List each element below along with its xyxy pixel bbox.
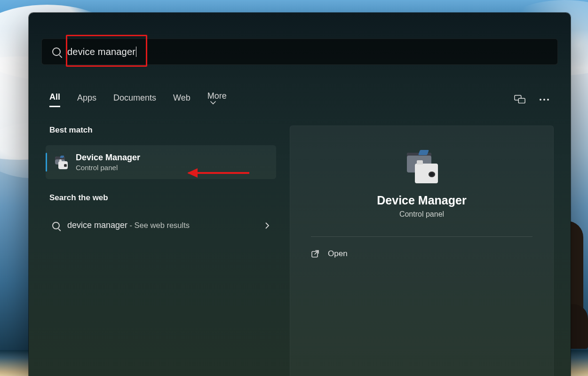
windows-search-popup: device manager All Apps Documents Web Mo… <box>29 13 571 376</box>
preview-title: Device Manager <box>311 194 532 207</box>
device-manager-icon <box>54 155 68 169</box>
preview-subtitle: Control panel <box>311 210 532 219</box>
preview-pane: Device Manager Control panel Open <box>290 125 554 376</box>
search-input[interactable]: device manager <box>41 39 558 65</box>
web-result-suffix: - See web results <box>130 221 190 229</box>
search-input-text: device manager <box>67 47 135 57</box>
search-the-web-label: Search the web <box>49 193 276 203</box>
tab-apps[interactable]: Apps <box>77 93 96 107</box>
web-result[interactable]: device manager - See web results <box>46 213 276 238</box>
best-match-label: Best match <box>49 125 276 135</box>
tab-more[interactable]: More <box>207 91 227 109</box>
tab-web[interactable]: Web <box>173 93 191 107</box>
open-label: Open <box>328 249 348 258</box>
open-action[interactable]: Open <box>311 237 532 271</box>
text-caret <box>136 47 136 57</box>
best-match-result[interactable]: Device Manager Control panel <box>46 145 276 179</box>
chevron-right-icon <box>265 222 270 229</box>
filter-tabs: All Apps Documents Web More <box>49 88 550 111</box>
result-subtitle: Control panel <box>76 164 140 172</box>
device-manager-icon-large <box>405 149 439 183</box>
tab-all[interactable]: All <box>49 92 60 107</box>
result-title: Device Manager <box>76 153 140 163</box>
web-result-term: device manager <box>67 220 127 230</box>
chevron-down-icon <box>210 101 216 105</box>
open-icon <box>311 250 319 258</box>
search-icon <box>52 222 60 229</box>
tab-documents[interactable]: Documents <box>113 93 156 107</box>
feedback-icon[interactable] <box>514 94 525 105</box>
more-options-icon[interactable] <box>539 94 550 105</box>
search-icon <box>52 47 61 56</box>
svg-rect-1 <box>518 98 525 103</box>
tab-more-label: More <box>207 91 227 101</box>
